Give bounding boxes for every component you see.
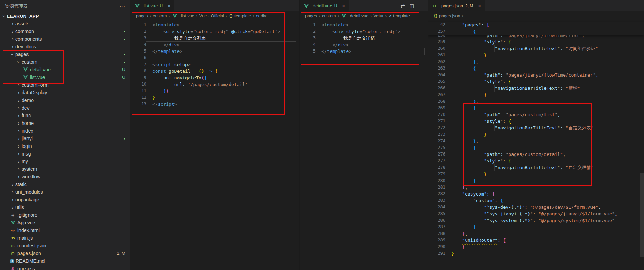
tree-folder-components[interactable]: ›components●	[0, 35, 130, 43]
breadcrumb-item[interactable]: pages	[305, 14, 317, 18]
code-line[interactable]: 267 }	[428, 92, 644, 98]
code-line[interactable]: 284 "^sys-dev-(.*)": "@/pages/dev/$1/for…	[428, 204, 644, 211]
code-line[interactable]: 258 "path": "pages/jianyi/flowTime/list"…	[428, 35, 644, 39]
breadcrumb-item[interactable]: detail.vue	[341, 14, 369, 18]
code-line[interactable]: 274 },	[428, 138, 644, 144]
code-line[interactable]: 288 },	[428, 230, 644, 237]
tree-folder-dataDisplay[interactable]: ›dataDisplay	[0, 89, 130, 96]
tree-folder-common[interactable]: ›common●	[0, 27, 130, 35]
code-line[interactable]: 290 }	[428, 244, 644, 250]
code-line[interactable]: 269 {	[428, 105, 644, 111]
code-line[interactable]: 6	[130, 55, 299, 61]
code-line[interactable]: 263 {	[428, 65, 644, 72]
tree-file-index.html[interactable]: <>index.html	[0, 227, 130, 234]
code-line[interactable]: 276 "path": "pages/custom/detail",	[428, 151, 644, 158]
code-line[interactable]: 42 "pages": [	[428, 22, 644, 28]
chevron-right-icon[interactable]: ›	[10, 189, 15, 195]
tree-folder-uni_modules[interactable]: ›uni_modules	[0, 188, 130, 196]
chevron-right-icon[interactable]: ›	[16, 151, 22, 157]
tree-folder-msg[interactable]: ›msg	[0, 150, 130, 158]
chevron-right-icon[interactable]: ›	[10, 44, 15, 49]
chevron-right-icon[interactable]: ›	[10, 21, 15, 26]
code-line[interactable]: 277 "style": {	[428, 158, 644, 164]
code-line[interactable]: 11 })	[130, 88, 299, 94]
chevron-right-icon[interactable]: ›	[10, 197, 15, 202]
tree-folder-custom[interactable]: ›custom●	[0, 58, 130, 66]
tree-folder-dev_docs[interactable]: ›dev_docs	[0, 43, 130, 50]
tree-file-manifest.json[interactable]: {}manifest.json	[0, 242, 130, 249]
breadcrumb-item[interactable]: pages	[136, 14, 148, 18]
code-line[interactable]: 266 "navigationBarTitleText": "新增"	[428, 85, 644, 92]
code-line[interactable]: 259 "style": {	[428, 39, 644, 45]
tree-folder-my[interactable]: ›my	[0, 158, 130, 165]
tree-folder-assets[interactable]: ›assets	[0, 20, 130, 27]
chevron-right-icon[interactable]: ›	[16, 166, 22, 172]
code-editor[interactable]: 1<template>2 <div style="color: red;">3 …	[300, 20, 428, 270]
tree-file-.gitignore[interactable]: ◆.gitignore	[0, 211, 130, 219]
chevron-right-icon[interactable]: ›	[16, 82, 22, 88]
tree-folder-customForm[interactable]: ›customForm	[0, 81, 130, 89]
code-line[interactable]: 272 "navigationBarTitleText": "自定义列表"	[428, 125, 644, 131]
tree-folder-pages[interactable]: ›pages●	[0, 50, 130, 58]
code-line[interactable]: 283 "custom": {	[428, 197, 644, 204]
code-line[interactable]: 286 "^sys-system-(.*)": "@/pages/system/…	[428, 217, 644, 224]
chevron-down-icon[interactable]: ›	[10, 51, 15, 57]
tree-file-README.md[interactable]: iREADME.md	[0, 257, 130, 265]
code-line[interactable]: 1<template>	[300, 22, 428, 28]
code-line[interactable]: 264 "path": "pages/jianyi/flowTime/conta…	[428, 72, 644, 78]
close-icon[interactable]: ×	[168, 3, 171, 9]
breadcrumb-item[interactable]: Vue - Official	[199, 14, 224, 18]
code-line[interactable]: 4 </div>	[130, 41, 299, 48]
code-line[interactable]: 268 },	[428, 98, 644, 105]
breadcrumb-item[interactable]: Vetur	[373, 14, 383, 18]
open-changes-icon[interactable]: ⇄	[400, 3, 405, 9]
code-line[interactable]: 9 uni.navigateTo({	[130, 74, 299, 81]
chevron-down-icon[interactable]: ›	[16, 59, 22, 65]
code-line[interactable]: 7<script setup>	[130, 61, 299, 68]
chevron-right-icon[interactable]: ›	[16, 97, 22, 103]
code-line[interactable]: 261 }	[428, 52, 644, 58]
code-line[interactable]: 2 <div style="color: red;" @click="goDet…	[130, 28, 299, 35]
chevron-right-icon[interactable]: ›	[16, 113, 22, 118]
code-line[interactable]: 1<template>	[130, 22, 299, 28]
tree-folder-utils[interactable]: ›utils	[0, 204, 130, 211]
code-line[interactable]: 278 "navigationBarTitleText": "自定义详情"	[428, 164, 644, 171]
tree-folder-home[interactable]: ›home	[0, 119, 130, 127]
tree-file-main.js[interactable]: JSmain.js	[0, 234, 130, 242]
code-line[interactable]: 291}	[428, 250, 644, 257]
tree-file-uni.scss[interactable]: Suni.scss	[0, 265, 130, 270]
code-line[interactable]: 13</script>	[130, 101, 299, 108]
chevron-right-icon[interactable]: ›	[16, 90, 22, 95]
code-line[interactable]: 285 "^sys-jianyi-(.*)": "@/pages/jianyi/…	[428, 211, 644, 217]
code-editor[interactable]: 42 "pages": [257 { 258 "path": "pages/ji…	[428, 20, 644, 270]
breadcrumb-item[interactable]: ⊘div	[256, 14, 266, 18]
code-line[interactable]: 260 "navigationBarTitleText": "时间组件验证"	[428, 45, 644, 52]
code-line[interactable]: 3 我是自定义列表	[130, 35, 299, 41]
code-line[interactable]: 10 url: '/pages/custom/detail'	[130, 81, 299, 88]
code-line[interactable]: 5</template>	[300, 48, 428, 55]
more-actions-icon[interactable]: ⋯	[119, 3, 125, 9]
breadcrumb-item[interactable]: ⊘template	[389, 14, 410, 18]
tab-pages-json[interactable]: {}pages.json2, M×	[428, 0, 485, 11]
code-line[interactable]: 273 }	[428, 131, 644, 138]
code-line[interactable]: 271 "style": {	[428, 118, 644, 125]
code-line[interactable]: 275 {	[428, 144, 644, 151]
more-actions-icon[interactable]: ⋯	[291, 3, 296, 9]
tree-folder-login[interactable]: ›login	[0, 142, 130, 150]
tree-folder-workflow[interactable]: ›workflow	[0, 173, 130, 181]
breadcrumb-item[interactable]: {}template	[229, 14, 251, 18]
breadcrumb-item[interactable]: custom	[153, 14, 167, 18]
tree-file-detail.vue[interactable]: detail.vueU	[0, 66, 130, 73]
vertical-scrollbar[interactable]	[640, 173, 644, 257]
code-line[interactable]: 4 </div>	[300, 41, 428, 48]
code-line[interactable]: 8const goDetail = () => {	[130, 68, 299, 74]
chevron-right-icon[interactable]: ›	[10, 205, 15, 210]
chevron-right-icon[interactable]: ›	[10, 29, 15, 34]
tree-file-pages.json[interactable]: {}pages.json2, M	[0, 249, 130, 257]
code-line[interactable]: 5</template>	[130, 48, 299, 55]
code-line[interactable]: 282 "easycom": {	[428, 191, 644, 197]
split-editor-icon[interactable]: ◫	[410, 3, 414, 9]
close-icon[interactable]: ×	[478, 3, 481, 9]
code-line[interactable]: 270 "path": "pages/custom/list",	[428, 111, 644, 118]
tree-folder-dev[interactable]: ›dev	[0, 104, 130, 112]
